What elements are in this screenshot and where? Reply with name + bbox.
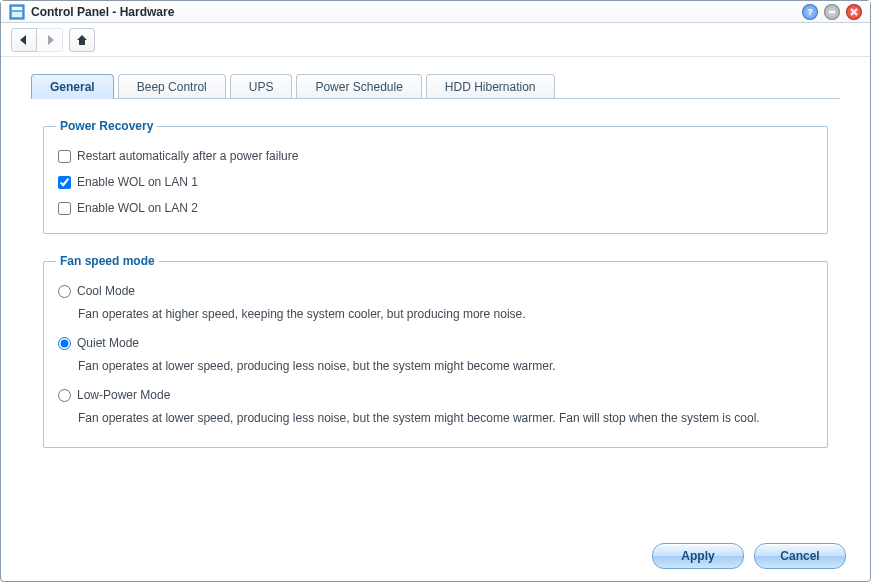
checkbox-label: Enable WOL on LAN 2 (77, 201, 198, 215)
svg-rect-2 (12, 12, 22, 17)
checkbox-restart-auto[interactable]: Restart automatically after a power fail… (56, 143, 815, 169)
radio-input[interactable] (58, 337, 71, 350)
window-title: Control Panel - Hardware (31, 5, 174, 19)
checkbox-wol-lan2[interactable]: Enable WOL on LAN 2 (56, 195, 815, 221)
forward-button[interactable] (37, 28, 63, 52)
tab-power-schedule[interactable]: Power Schedule (296, 74, 421, 99)
svg-text:?: ? (807, 7, 813, 17)
radio-label: Cool Mode (77, 284, 135, 298)
dialog-footer: Apply Cancel (652, 543, 846, 569)
svg-marker-7 (20, 35, 26, 45)
apply-button[interactable]: Apply (652, 543, 744, 569)
tab-general[interactable]: General (31, 74, 114, 99)
home-button[interactable] (69, 28, 95, 52)
checkbox-input[interactable] (58, 150, 71, 163)
checkbox-label: Restart automatically after a power fail… (77, 149, 298, 163)
cool-mode-desc: Fan operates at higher speed, keeping th… (56, 304, 815, 330)
minimize-icon[interactable] (824, 4, 840, 20)
tab-hdd-hibernation[interactable]: HDD Hibernation (426, 74, 555, 99)
cancel-button[interactable]: Cancel (754, 543, 846, 569)
fan-speed-group: Fan speed mode Cool Mode Fan operates at… (43, 254, 828, 448)
control-panel-icon (9, 4, 25, 20)
radio-input[interactable] (58, 285, 71, 298)
checkbox-wol-lan1[interactable]: Enable WOL on LAN 1 (56, 169, 815, 195)
radio-low-power-mode[interactable]: Low-Power Mode (56, 382, 815, 408)
power-recovery-group: Power Recovery Restart automatically aft… (43, 119, 828, 234)
svg-marker-9 (77, 35, 87, 45)
radio-label: Low-Power Mode (77, 388, 170, 402)
power-recovery-legend: Power Recovery (56, 119, 157, 133)
checkbox-label: Enable WOL on LAN 1 (77, 175, 198, 189)
quiet-mode-desc: Fan operates at lower speed, producing l… (56, 356, 815, 382)
titlebar: Control Panel - Hardware ? (1, 1, 870, 23)
tab-beep-control[interactable]: Beep Control (118, 74, 226, 99)
low-power-mode-desc: Fan operates at lower speed, producing l… (56, 408, 815, 434)
radio-quiet-mode[interactable]: Quiet Mode (56, 330, 815, 356)
fan-speed-legend: Fan speed mode (56, 254, 159, 268)
svg-rect-1 (12, 7, 22, 10)
checkbox-input[interactable] (58, 176, 71, 189)
navigation-toolbar (1, 23, 870, 57)
radio-label: Quiet Mode (77, 336, 139, 350)
svg-marker-8 (48, 35, 54, 45)
checkbox-input[interactable] (58, 202, 71, 215)
tab-ups[interactable]: UPS (230, 74, 293, 99)
tab-panel: Power Recovery Restart automatically aft… (31, 98, 840, 476)
svg-rect-4 (829, 11, 835, 13)
radio-input[interactable] (58, 389, 71, 402)
help-icon[interactable]: ? (802, 4, 818, 20)
radio-cool-mode[interactable]: Cool Mode (56, 278, 815, 304)
close-icon[interactable] (846, 4, 862, 20)
window: Control Panel - Hardware ? General Beep … (0, 0, 871, 582)
back-button[interactable] (11, 28, 37, 52)
tab-bar: General Beep Control UPS Power Schedule … (1, 57, 870, 98)
